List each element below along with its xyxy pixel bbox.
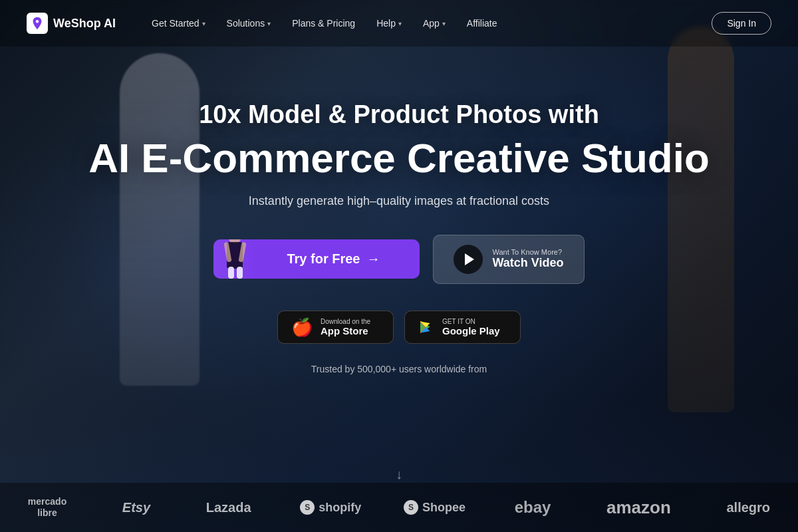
hero-section: 10x Model & Product Photos with AI E-Com…	[0, 47, 798, 388]
hero-title-small: 10x Model & Product Photos with	[199, 100, 599, 130]
arrow-icon: →	[367, 251, 380, 267]
logo-icon	[27, 13, 48, 34]
shopify-icon: S	[300, 500, 315, 515]
nav-plans-pricing[interactable]: Plans & Pricing	[283, 13, 364, 34]
google-play-text: GET IT ON Google Play	[442, 318, 500, 336]
apple-store-label: Download on the	[321, 318, 370, 325]
apple-app-store-button[interactable]: 🍎 Download on the App Store	[277, 311, 394, 344]
google-play-icon	[418, 319, 434, 335]
chevron-down-icon: ▾	[398, 20, 402, 27]
watch-video-title: Watch Video	[492, 256, 563, 270]
apple-store-name: App Store	[321, 325, 368, 336]
cta-row: Try for Free → Want To Know More? Watch …	[213, 235, 584, 284]
trust-text: Trusted by 500,000+ users worldwide from	[311, 364, 487, 374]
brand-logos-bar: mercadolibre Etsy Lazada S shopify S Sho…	[0, 483, 798, 532]
brand-mercadolibre: mercadolibre	[15, 496, 80, 519]
logo[interactable]: WeShop AI	[27, 13, 116, 34]
app-store-row: 🍎 Download on the App Store GET IT ON Go…	[277, 311, 521, 344]
sign-in-button[interactable]: Sign In	[712, 12, 771, 35]
chevron-down-icon: ▾	[267, 20, 271, 27]
brand-shopee: S Shopee	[397, 500, 472, 515]
chevron-down-icon: ▾	[202, 20, 205, 27]
brand-allegro: allegro	[714, 500, 784, 515]
nav-get-started[interactable]: Get Started ▾	[142, 13, 215, 34]
hero-subtitle: Instantly generate high–quality images a…	[249, 194, 549, 208]
apple-store-text: Download on the App Store	[321, 318, 370, 336]
google-play-button[interactable]: GET IT ON Google Play	[404, 311, 521, 344]
nav-links: Get Started ▾ Solutions ▾ Plans & Pricin…	[142, 13, 712, 34]
play-icon	[454, 245, 483, 274]
nav-help[interactable]: Help ▾	[367, 13, 411, 34]
watch-video-button[interactable]: Want To Know More? Watch Video	[433, 235, 584, 284]
shopee-icon: S	[404, 500, 418, 515]
button-model-image	[213, 239, 257, 279]
brand-amazon: amazon	[593, 497, 684, 518]
nav-app[interactable]: App ▾	[414, 13, 455, 34]
watch-video-text: Want To Know More? Watch Video	[492, 248, 563, 270]
nav-solutions[interactable]: Solutions ▾	[217, 13, 281, 34]
brand-ebay: ebay	[501, 498, 565, 517]
brand-name: WeShop AI	[53, 17, 116, 31]
scroll-indicator: ↓	[396, 467, 402, 482]
main-navigation: WeShop AI Get Started ▾ Solutions ▾ Plan…	[0, 0, 798, 47]
svg-rect-4	[228, 267, 234, 279]
brand-lazada: Lazada	[193, 500, 265, 515]
google-play-name: Google Play	[442, 325, 500, 336]
nav-affiliate[interactable]: Affiliate	[458, 13, 507, 34]
try-free-label: Try for Free	[287, 251, 360, 267]
brand-etsy: Etsy	[109, 500, 164, 515]
watch-video-label: Want To Know More?	[492, 248, 562, 256]
svg-rect-5	[237, 267, 243, 279]
apple-icon: 🍎	[291, 319, 313, 336]
chevron-down-icon: ▾	[442, 20, 446, 27]
google-play-label: GET IT ON	[442, 318, 475, 325]
try-for-free-button[interactable]: Try for Free →	[213, 239, 420, 279]
brand-shopify: S shopify	[293, 500, 368, 515]
hero-title-large: AI E-Commerce Creative Studio	[88, 136, 710, 181]
